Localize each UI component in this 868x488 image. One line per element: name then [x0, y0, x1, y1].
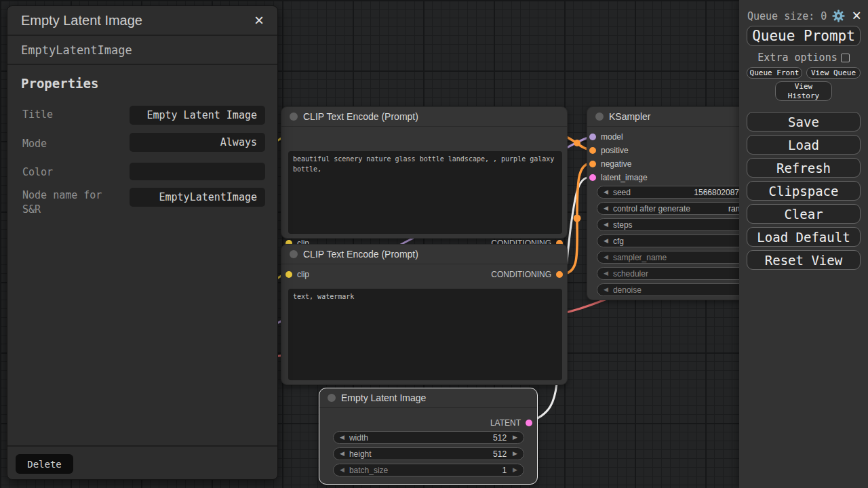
- node-type-name: EmptyLatentImage: [7, 36, 277, 65]
- property-row-node-name: Node name for S&R EmptyLatentImage: [7, 182, 277, 220]
- settings-gear-icon[interactable]: [832, 9, 845, 22]
- widget-label: batch_size: [349, 466, 502, 475]
- close-icon[interactable]: ×: [252, 12, 267, 28]
- property-row-mode: Mode Always: [7, 129, 277, 159]
- property-label: Mode: [22, 137, 124, 151]
- node-clip-text-encode-negative[interactable]: CLIP Text Encode (Prompt) clip CONDITION…: [281, 244, 568, 385]
- node-title: KSampler: [609, 111, 650, 122]
- queue-prompt-button[interactable]: Queue Prompt: [747, 26, 861, 46]
- node-header[interactable]: CLIP Text Encode (Prompt): [281, 245, 567, 264]
- conditioning-slot-dot[interactable]: [556, 271, 563, 278]
- latent-slot-dot[interactable]: [589, 174, 596, 181]
- node-header[interactable]: CLIP Text Encode (Prompt): [281, 107, 567, 127]
- color-field[interactable]: [130, 163, 265, 180]
- decrement-arrow-icon[interactable]: ◀: [604, 287, 608, 293]
- view-queue-button[interactable]: View Queue: [806, 67, 861, 79]
- clear-button[interactable]: Clear: [747, 204, 861, 224]
- refresh-button[interactable]: Refresh: [747, 158, 861, 178]
- conditioning-slot-dot[interactable]: [589, 161, 596, 167]
- property-label: Node name for S&R: [22, 188, 124, 217]
- conditioning-slot-dot[interactable]: [589, 147, 596, 154]
- load-button[interactable]: Load: [747, 135, 861, 155]
- queue-front-button[interactable]: Queue Front: [747, 67, 802, 79]
- widget-height[interactable]: ◀ height 512 ▶: [333, 447, 524, 460]
- node-name-field[interactable]: EmptyLatentImage: [130, 188, 265, 207]
- increment-arrow-icon[interactable]: ▶: [513, 451, 517, 457]
- widget-batch-size[interactable]: ◀ batch_size 1 ▶: [333, 464, 524, 476]
- properties-heading: Properties: [21, 76, 277, 91]
- output-slot-latent: LATENT: [319, 416, 537, 430]
- collapse-dot-icon[interactable]: [290, 113, 298, 121]
- prompt-textarea[interactable]: text, watermark: [288, 289, 562, 380]
- view-history-button[interactable]: View History: [775, 81, 832, 101]
- widget-label: seed: [613, 188, 694, 197]
- reset-view-button[interactable]: Reset View: [747, 250, 861, 270]
- dialog-footer: Delete: [7, 445, 277, 479]
- decrement-arrow-icon[interactable]: ◀: [604, 189, 608, 195]
- slot-label: CONDITIONING: [491, 270, 551, 279]
- property-label: Title: [22, 108, 124, 122]
- dialog-header: Empty Latent Image ×: [7, 6, 277, 36]
- widget-label: height: [349, 449, 493, 459]
- node-title: CLIP Text Encode (Prompt): [303, 249, 418, 260]
- slot-label: LATENT: [490, 418, 521, 428]
- widget-value: 512: [493, 433, 507, 443]
- widget-label: control after generate: [613, 204, 728, 214]
- widget-width[interactable]: ◀ width 512 ▶: [333, 431, 524, 444]
- link-midpoint-dot[interactable]: [574, 140, 580, 146]
- slot-label: positive: [601, 146, 629, 155]
- save-button[interactable]: Save: [747, 112, 861, 131]
- delete-button[interactable]: Delete: [16, 454, 73, 474]
- node-title: CLIP Text Encode (Prompt): [303, 111, 418, 122]
- node-properties-dialog: Empty Latent Image × EmptyLatentImage Pr…: [7, 5, 278, 480]
- node-clip-text-encode-positive[interactable]: CLIP Text Encode (Prompt) clip CONDITION…: [281, 106, 568, 239]
- model-slot-dot[interactable]: [589, 134, 596, 140]
- collapse-dot-icon[interactable]: [595, 113, 604, 121]
- close-icon[interactable]: ×: [852, 8, 861, 24]
- node-empty-latent-image[interactable]: Empty Latent Image LATENT ◀ width 512 ▶ …: [319, 388, 538, 485]
- prompt-textarea[interactable]: beautiful scenery nature glass bottle la…: [288, 151, 562, 234]
- increment-arrow-icon[interactable]: ▶: [513, 467, 517, 473]
- view-history-line: View: [795, 82, 813, 91]
- property-row-title: Title Empty Latent Image: [7, 100, 277, 130]
- property-label: Color: [22, 165, 124, 180]
- collapse-dot-icon[interactable]: [328, 394, 336, 402]
- link-midpoint-dot[interactable]: [574, 215, 581, 222]
- decrement-arrow-icon[interactable]: ◀: [604, 238, 608, 244]
- mode-field[interactable]: Always: [130, 133, 265, 152]
- node-header[interactable]: Empty Latent Image: [319, 388, 537, 408]
- decrement-arrow-icon[interactable]: ◀: [604, 254, 608, 260]
- extra-options-label: Extra options: [757, 52, 837, 64]
- comfy-menu-panel: Queue size: 0 × Queue Prompt Extra optio…: [739, 0, 868, 488]
- view-history-line: History: [788, 92, 819, 100]
- decrement-arrow-icon[interactable]: ◀: [604, 270, 608, 277]
- node-title: Empty Latent Image: [341, 392, 426, 403]
- widget-label: width: [349, 433, 493, 443]
- extra-options-checkbox[interactable]: [841, 54, 850, 62]
- slot-label: model: [601, 132, 623, 142]
- decrement-arrow-icon[interactable]: ◀: [604, 222, 608, 228]
- queue-size-label: Queue size: 0: [747, 10, 827, 22]
- output-slot-conditioning: CONDITIONING: [281, 268, 567, 281]
- slot-label: latent_image: [601, 173, 648, 182]
- increment-arrow-icon[interactable]: ▶: [513, 434, 517, 441]
- extra-options-row: Extra options: [739, 52, 868, 64]
- decrement-arrow-icon[interactable]: ◀: [340, 434, 344, 441]
- title-field[interactable]: Empty Latent Image: [130, 106, 265, 125]
- widget-value: 512: [493, 449, 507, 459]
- dialog-title: Empty Latent Image: [21, 13, 252, 28]
- latent-slot-dot[interactable]: [526, 420, 532, 426]
- widget-value: 1: [502, 466, 507, 475]
- slot-label: negative: [601, 159, 631, 169]
- clipspace-button[interactable]: Clipspace: [747, 181, 861, 201]
- collapse-dot-icon[interactable]: [290, 250, 298, 258]
- decrement-arrow-icon[interactable]: ◀: [340, 451, 344, 457]
- queue-status-row: Queue size: 0 ×: [747, 8, 861, 24]
- load-default-button[interactable]: Load Default: [747, 227, 861, 247]
- decrement-arrow-icon[interactable]: ◀: [340, 467, 344, 473]
- decrement-arrow-icon[interactable]: ◀: [604, 205, 608, 211]
